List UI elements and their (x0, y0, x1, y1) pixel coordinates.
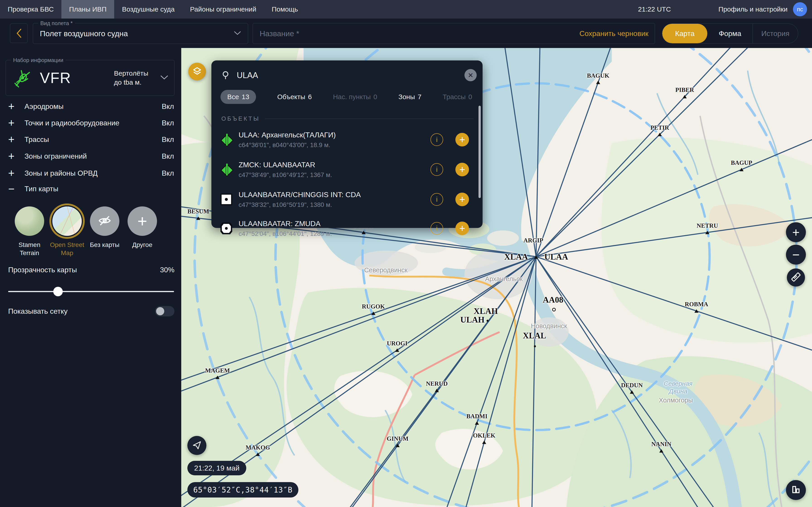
tab-zones[interactable]: Зоны7 (399, 90, 422, 104)
osm-thumbnail[interactable] (52, 207, 82, 236)
expand-plus-icon[interactable]: + (8, 118, 18, 128)
map-type-section-header[interactable]: − Тип карты (0, 181, 181, 197)
profile-settings-link[interactable]: Профиль и настройки (718, 0, 788, 18)
search-result-zmck[interactable]: ZMCK: ULAANBAATAR с47°38'49", в106°49'12… (220, 155, 469, 184)
tab-settlements[interactable]: Нас. пункты0 (333, 90, 377, 104)
collapse-minus-icon[interactable]: − (8, 183, 18, 195)
layer-row-points-radio[interactable]: + Точки и радиооборудование Вкл (0, 115, 181, 131)
search-query[interactable]: ULAA (237, 71, 258, 80)
layer-state-toggle[interactable]: Вкл (162, 102, 174, 111)
waypoint-triangle-marker (740, 168, 744, 171)
statistics-button[interactable] (786, 480, 806, 500)
layers-button[interactable] (188, 63, 206, 80)
nav-item-restriction-areas[interactable]: Районы ограничений (183, 0, 264, 18)
map-navaid-label: AA08 (543, 295, 563, 305)
info-button[interactable]: i (430, 163, 443, 176)
map-type-none[interactable]: Без карты (86, 207, 123, 249)
map-waypoint-label: NERUD (426, 380, 448, 387)
info-button[interactable]: i (430, 133, 443, 146)
layer-state-toggle[interactable]: Вкл (162, 169, 174, 177)
map-type-option-label: Stamen Terrain (11, 241, 48, 257)
grid-toggle[interactable] (155, 306, 174, 317)
layer-label: Точки и радиооборудование (24, 119, 119, 127)
map-circle-marker (552, 308, 556, 312)
tab-all[interactable]: Все13 (220, 90, 256, 104)
map-waypoint-label: DEDUN (621, 382, 643, 389)
add-to-plan-button[interactable]: + (455, 222, 469, 235)
layer-state-toggle[interactable]: Вкл (162, 119, 174, 127)
save-draft-button[interactable]: Сохранить черновик (579, 30, 648, 38)
map-city-label: Северодвинск (364, 266, 408, 274)
close-icon[interactable]: ✕ (464, 69, 477, 81)
locate-button[interactable] (187, 436, 206, 455)
airport-diamond-icon (220, 164, 232, 175)
add-to-plan-button[interactable]: + (455, 163, 469, 176)
map-waypoint-label: BAGUP (731, 159, 752, 166)
map-search-panel: ULAA ✕ Все13 Объекты6 Нас. пункты0 Зоны7… (211, 60, 483, 228)
stamen-thumbnail[interactable] (15, 207, 44, 236)
info-button[interactable]: i (430, 193, 443, 206)
send-arrow-icon (192, 440, 202, 451)
flight-type-select[interactable]: Вид полета * Полет воздушного судна (33, 23, 248, 44)
info-button[interactable]: i (430, 222, 443, 235)
grid-toggle-label: Показывать сетку (8, 307, 67, 316)
flight-type-label: Вид полета * (38, 20, 75, 26)
chevron-down-icon (160, 75, 168, 80)
map-type-osm[interactable]: Open Street Map (48, 207, 86, 257)
section-title: ОБЪЕКТЫ (221, 115, 260, 122)
layer-label: Зоны ограничений (24, 152, 87, 161)
expand-plus-icon[interactable]: + (8, 168, 18, 178)
nav-item-bvs-check[interactable]: Проверка БВС (0, 0, 61, 18)
bar-chart-icon (791, 485, 801, 496)
waypoint-triangle-marker (659, 449, 663, 453)
view-tab-form[interactable]: Форма (707, 24, 752, 43)
user-avatar[interactable]: пс (793, 2, 807, 16)
expand-plus-icon[interactable]: + (8, 101, 18, 112)
map-time-badge: 21:22, 19 май (187, 461, 246, 475)
layer-row-aerodromes[interactable]: + Аэродромы Вкл (0, 98, 181, 115)
expand-plus-icon[interactable]: + (8, 134, 18, 145)
expand-plus-icon[interactable]: + (8, 151, 18, 161)
layer-state-toggle[interactable]: Вкл (162, 135, 174, 144)
waypoint-triangle-marker (395, 349, 399, 352)
search-row[interactable]: ULAA ✕ (221, 69, 473, 82)
nav-item-aircraft[interactable]: Воздушные суда (114, 0, 182, 18)
waypoint-triangle-marker (596, 81, 600, 84)
nav-item-help[interactable]: Помощь (264, 0, 306, 18)
result-title: ULAANBAATAR/CHINGGIS INT: CDA (239, 190, 426, 199)
zoom-out-button[interactable]: − (786, 245, 806, 265)
zoom-in-button[interactable]: + (786, 222, 806, 242)
opacity-slider[interactable] (8, 287, 174, 296)
layer-row-routes[interactable]: + Трассы Вкл (0, 131, 181, 148)
map-type-stamen[interactable]: Stamen Terrain (11, 207, 48, 257)
tab-objects[interactable]: Объекты6 (277, 90, 312, 104)
plan-name-input[interactable]: Название * Сохранить черновик (253, 23, 655, 44)
cursor-coordinates-text: 65°03′52″С,38°44′13″В (193, 486, 293, 494)
info-set-select[interactable]: Набор информации VFR Вертолёты до tba м. (6, 60, 174, 96)
view-tab-map[interactable]: Карта (662, 24, 707, 43)
other-map-thumbnail[interactable]: + (128, 207, 157, 236)
tab-routes[interactable]: Трассы0 (443, 90, 472, 104)
waypoint-triangle-marker (396, 444, 400, 447)
result-coordinates: с64°36'01", в040°43'00", 18.9 м. (239, 142, 426, 149)
back-button[interactable] (10, 23, 28, 43)
search-result-cda[interactable]: ULAANBAATAR/CHINGGIS INT: CDA с47°38'32"… (220, 185, 469, 214)
measure-button[interactable] (787, 269, 805, 287)
slider-knob[interactable] (53, 287, 63, 296)
nav-item-ivp-plans[interactable]: Планы ИВП (61, 0, 114, 18)
waypoint-triangle-marker (435, 389, 439, 392)
helicopter-icon (12, 67, 34, 90)
add-to-plan-button[interactable]: + (455, 192, 469, 206)
search-result-ulaa[interactable]: ULAA: Архангельск(ТАЛАГИ) с64°36'01", в0… (220, 125, 469, 154)
map-waypoint-label: ARGIP (523, 237, 543, 244)
layer-row-orvd-zones[interactable]: + Зоны и районы ОРВД Вкл (0, 165, 181, 181)
map-type-other[interactable]: + Другое (123, 207, 161, 249)
slider-track[interactable] (8, 291, 174, 292)
add-to-plan-button[interactable]: + (455, 133, 469, 147)
view-tab-history[interactable]: История (753, 24, 798, 43)
no-map-thumbnail[interactable] (90, 207, 119, 236)
layer-row-restriction-zones[interactable]: + Зоны ограничений Вкл (0, 148, 181, 164)
panel-scrollbar[interactable] (478, 106, 481, 198)
search-result-zmuda[interactable]: ULAANBAATAR: ZMUDA с47°52'04", в106°44'0… (220, 215, 469, 242)
layer-state-toggle[interactable]: Вкл (162, 152, 174, 161)
